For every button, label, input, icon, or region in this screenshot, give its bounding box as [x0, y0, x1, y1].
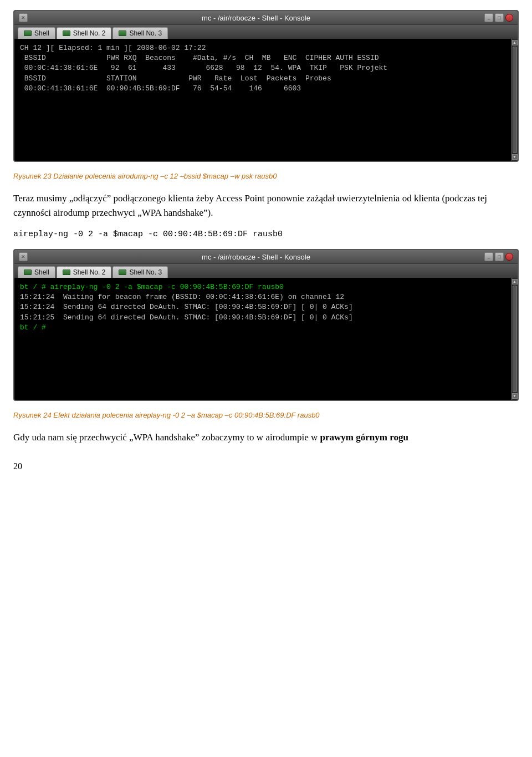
tab-shell-1[interactable]: Shell	[18, 27, 55, 39]
scroll-thumb-2[interactable]	[513, 286, 517, 392]
body-text-2-bold: prawym górnym rogu	[320, 432, 408, 443]
terminal-window-1: ✕ mc - /air/robocze - Shell - Konsole _ …	[13, 10, 519, 162]
terminal-titlebar-1: ✕ mc - /air/robocze - Shell - Konsole _ …	[14, 11, 518, 25]
terminal-min-btn-2[interactable]: _	[484, 252, 493, 261]
terminal-titlebar-2: ✕ mc - /air/robocze - Shell - Konsole _ …	[14, 250, 518, 264]
tab-shell-no3-2[interactable]: Shell No. 3	[112, 266, 168, 278]
page-number: 20	[13, 461, 519, 471]
tab-icon-2c	[119, 270, 126, 275]
scrollbar-1[interactable]: ▲ ▼	[511, 39, 518, 161]
terminal-close-btn-1[interactable]: ✕	[19, 13, 28, 22]
terminal-controls-right-2: _ □	[484, 252, 513, 261]
terminal-controls-left-2: ✕	[19, 252, 28, 261]
terminal-body-wrapper-2: bt / # aireplay-ng -0 2 -a $macap -c 00:…	[14, 278, 518, 400]
terminal-body-2: bt / # aireplay-ng -0 2 -a $macap -c 00:…	[14, 278, 511, 400]
terminal-max-btn-2[interactable]: □	[495, 252, 504, 261]
scroll-up-1[interactable]: ▲	[512, 40, 518, 45]
tab-shell-no2-2[interactable]: Shell No. 2	[57, 266, 112, 278]
terminal-window-2: ✕ mc - /air/robocze - Shell - Konsole _ …	[13, 249, 519, 401]
tab-icon-3	[119, 31, 126, 36]
caption-2: Rysunek 24 Efekt działania polecenia air…	[13, 411, 519, 419]
scroll-down-2[interactable]: ▼	[512, 393, 518, 399]
caption-1: Rysunek 23 Działanie polecenia airodump-…	[13, 172, 519, 180]
terminal-body-wrapper-1: CH 12 ][ Elapsed: 1 min ][ 2008-06-02 17…	[14, 39, 518, 161]
body-text-2: Gdy uda nam się przechwycić „WPA handsha…	[13, 430, 519, 445]
code-block-1: aireplay-ng -0 2 -a $macap -c 00:90:4B:5…	[13, 230, 519, 239]
tab-icon-2	[63, 31, 70, 36]
tab-icon-2b	[63, 270, 70, 275]
tab-icon-2a	[24, 270, 32, 275]
terminal-x-btn-1[interactable]	[505, 14, 513, 22]
tab-label-shell-2: Shell	[34, 268, 49, 276]
terminal-controls-left-1: ✕	[19, 13, 28, 22]
code-line-1: aireplay-ng -0 2 -a $macap -c 00:90:4B:5…	[13, 230, 283, 239]
scroll-thumb-1[interactable]	[513, 47, 517, 153]
tab-label-shell-no2-1: Shell No. 2	[73, 29, 106, 37]
terminal-title-2: mc - /air/robocze - Shell - Konsole	[28, 253, 484, 261]
terminal-close-btn-2[interactable]: ✕	[19, 252, 28, 261]
body-text-1: Teraz musimy „odłączyć” podłączonego kli…	[13, 191, 519, 220]
scroll-down-1[interactable]: ▼	[512, 154, 518, 160]
body-text-2-part1: Gdy uda nam się przechwycić „WPA handsha…	[13, 432, 320, 443]
tab-label-shell-no2-2: Shell No. 2	[73, 268, 106, 276]
terminal-tabs-1: Shell Shell No. 2 Shell No. 3	[14, 25, 518, 39]
tab-shell-no3-1[interactable]: Shell No. 3	[112, 27, 168, 39]
terminal-controls-right-1: _ □	[484, 13, 513, 22]
terminal-x-btn-2[interactable]	[505, 253, 513, 261]
tab-shell-2[interactable]: Shell	[18, 266, 55, 278]
tab-shell-no2-1[interactable]: Shell No. 2	[57, 27, 112, 39]
terminal-tabs-2: Shell Shell No. 2 Shell No. 3	[14, 264, 518, 278]
body-text-1-content: Teraz musimy „odłączyć” podłączonego kli…	[13, 193, 487, 218]
scroll-up-2[interactable]: ▲	[512, 279, 518, 284]
tab-label-shell-1: Shell	[34, 29, 49, 37]
terminal-title-1: mc - /air/robocze - Shell - Konsole	[28, 14, 484, 22]
terminal-min-btn-1[interactable]: _	[484, 13, 493, 22]
tab-label-shell-no3-2: Shell No. 3	[129, 268, 162, 276]
tab-icon-1	[24, 31, 32, 36]
scrollbar-2[interactable]: ▲ ▼	[511, 278, 518, 400]
terminal-body-1: CH 12 ][ Elapsed: 1 min ][ 2008-06-02 17…	[14, 39, 511, 161]
terminal-max-btn-1[interactable]: □	[495, 13, 504, 22]
tab-label-shell-no3-1: Shell No. 3	[129, 29, 162, 37]
